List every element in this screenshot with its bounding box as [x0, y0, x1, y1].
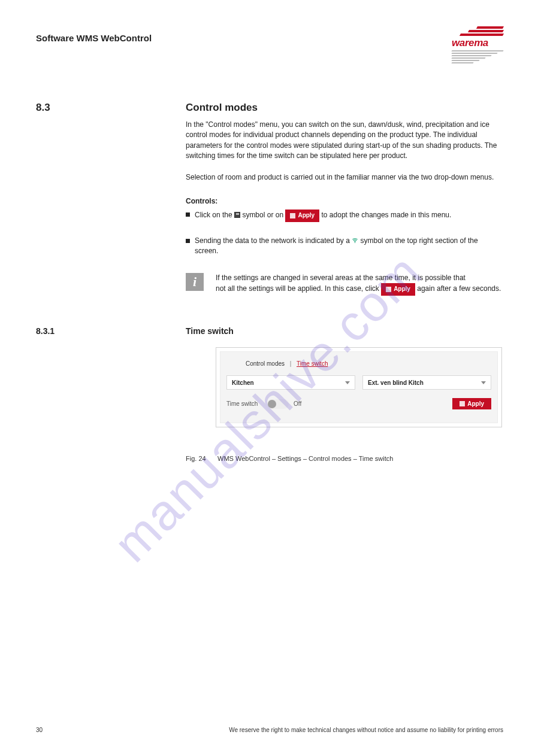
save-icon — [234, 212, 240, 218]
room-select[interactable]: Kitchen — [226, 375, 355, 390]
controls-heading: Controls: — [186, 196, 502, 207]
screenshot-panel: Control modes | Time switch Kitchen Ext.… — [216, 347, 502, 427]
breadcrumb-separator: | — [290, 360, 292, 367]
svg-point-0 — [355, 242, 355, 242]
section-title: Control modes — [186, 102, 258, 114]
chevron-down-icon — [481, 381, 486, 384]
info-icon: i — [186, 273, 204, 291]
wifi-icon — [352, 236, 360, 245]
bullet-2: Sending the data to the network is indic… — [186, 236, 502, 257]
chevron-down-icon — [345, 381, 350, 384]
breadcrumb-parent[interactable]: Control modes — [246, 360, 285, 367]
product-select-value: Ext. ven blind Kitch — [368, 379, 424, 386]
save-icon — [460, 401, 465, 406]
page-header: Software WMS WebControl — [36, 33, 152, 43]
brand-logo: warema — [452, 26, 503, 65]
bullet-1: Click on the symbol or on Apply to adopt… — [186, 210, 502, 222]
bullet-1-text-c: to adopt the changes made in this menu. — [322, 211, 452, 219]
footer-disclaimer: We reserve the right to make technical c… — [229, 727, 503, 733]
bullet-2-text-a: Sending the data to the network is indic… — [195, 236, 352, 245]
time-switch-toggle[interactable] — [267, 399, 289, 409]
page-number: 30 — [36, 727, 43, 733]
room-select-value: Kitchen — [232, 379, 254, 386]
info-text: If the settings are changed in several a… — [216, 273, 502, 296]
apply-button-inline-1[interactable]: Apply — [285, 210, 319, 222]
product-select[interactable]: Ext. ven blind Kitch — [362, 375, 491, 390]
bullet-1-text-a: Click on the — [195, 211, 234, 219]
apply-button[interactable]: Apply — [452, 398, 491, 409]
info-line2a: not all the settings will be applied. In… — [216, 285, 381, 293]
toggle-label: Time switch — [226, 400, 262, 407]
subsection-title: Time switch — [186, 326, 234, 336]
breadcrumb-current[interactable]: Time switch — [297, 360, 328, 367]
intro-paragraph-2: Selection of room and product is carried… — [186, 172, 502, 183]
apply-button-label: Apply — [467, 400, 484, 407]
info-line2b: again after a few seconds. — [417, 285, 501, 293]
figure-text: WMS WebControl – Settings – Control mode… — [217, 455, 393, 462]
figure-caption: Fig. 24 WMS WebControl – Settings – Cont… — [186, 455, 393, 462]
figure-number: Fig. 24 — [186, 455, 216, 462]
bullet-1-text-b: symbol or on — [242, 211, 285, 219]
brand-name: warema — [452, 37, 503, 49]
section-number: 8.3 — [36, 102, 50, 114]
breadcrumb: Control modes | Time switch — [226, 357, 491, 373]
intro-paragraph-1: In the "Control modes" menu, you can swi… — [186, 120, 502, 162]
info-line1: If the settings are changed in several a… — [216, 274, 466, 282]
subsection-number: 8.3.1 — [36, 326, 55, 336]
apply-button-inline-2[interactable]: Apply — [381, 283, 415, 296]
toggle-state: Off — [294, 400, 301, 407]
